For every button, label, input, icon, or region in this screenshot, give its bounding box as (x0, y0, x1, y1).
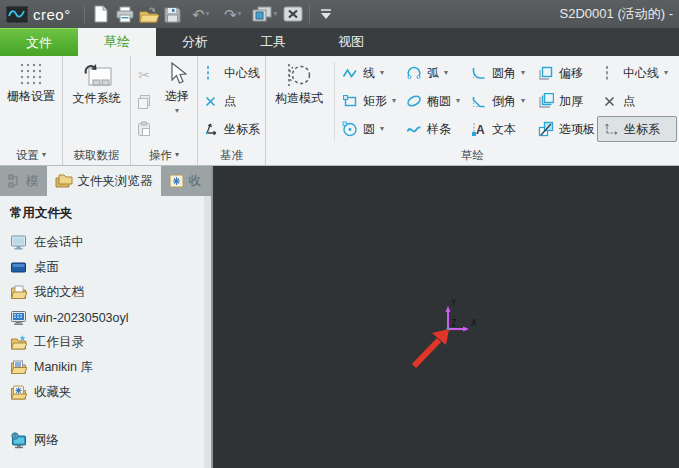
dropdown-arrow-icon: ▾ (380, 69, 384, 77)
rectangle-button[interactable]: 矩形▾ (337, 87, 401, 115)
line-button[interactable]: 线▾ (337, 59, 401, 87)
ellipse-button[interactable]: 椭圆▾ (401, 87, 466, 115)
sketch-canvas[interactable]: Y Z X (213, 166, 679, 468)
fillet-button[interactable]: 圆角▾ (466, 59, 533, 87)
sidebar-scrollbar[interactable] (204, 196, 211, 468)
paste-icon[interactable] (136, 121, 152, 137)
creo-wave-icon (6, 6, 28, 23)
workspace: 模 文件夹浏览器 收 常用文件夹 在会话中 (0, 166, 679, 468)
group-label-datum: 基准 (198, 145, 265, 165)
undo-icon: ↶ (192, 7, 205, 22)
folder-item-favorites[interactable]: 收藏夹 (10, 380, 201, 405)
axis-label-y: Y (451, 298, 457, 308)
spline-icon (406, 121, 422, 137)
common-folders-header: 常用文件夹 (10, 205, 201, 222)
circle-icon (342, 121, 358, 137)
ribbon: 栅格设置 设置▾ 文件系统 获 (0, 56, 679, 166)
clipboard-column: ✂ (131, 58, 157, 145)
group-label-operations[interactable]: 操作▾ (131, 145, 197, 165)
undo-button[interactable]: ↶ ▾ (186, 2, 216, 26)
centerline-icon (203, 65, 219, 81)
dropdown-arrow-icon: ▾ (380, 125, 384, 133)
window-title: S2D0001 (活动的) - (337, 5, 673, 23)
circle-button[interactable]: 圆▾ (337, 115, 401, 143)
arc-button[interactable]: 弧▾ (401, 59, 466, 87)
canvas-graphics: Y Z X (213, 166, 677, 468)
select-button[interactable]: 选择 ▾ (157, 58, 197, 145)
thicken-button[interactable]: 加厚 (533, 87, 597, 115)
folder-item-computer[interactable]: win-20230503oyl (10, 305, 201, 330)
save-button[interactable] (162, 2, 184, 26)
manikin-library-folder-icon (10, 359, 27, 376)
cut-icon[interactable]: ✂ (138, 67, 150, 83)
dropdown-arrow-icon: ▾ (521, 69, 525, 77)
creo-application-window: creo° ↶ ▾ ↷ ▾ (0, 0, 679, 468)
creo-logo: creo° (6, 6, 71, 23)
group-label-settings[interactable]: 设置▾ (0, 145, 62, 165)
folder-item-in-session[interactable]: 在会话中 (10, 230, 201, 255)
group-dropdown-arrow-icon: ▾ (175, 151, 179, 159)
windows-icon (252, 6, 272, 22)
line-icon (342, 65, 358, 81)
datum-csys-button[interactable]: 坐标系 (198, 115, 265, 143)
select-label: 选择 (165, 90, 189, 103)
text-button[interactable]: A 文本 (466, 115, 533, 143)
copy-icon[interactable] (136, 94, 152, 110)
group-label-get-data: 获取数据 (63, 145, 130, 165)
folder-item-desktop[interactable]: 桌面 (10, 255, 201, 280)
tab-model-tree[interactable]: 模 (0, 166, 47, 196)
construction-csys-button[interactable]: 坐标系 (597, 116, 677, 142)
spline-button[interactable]: 样条 (401, 115, 466, 143)
grid-dots-icon (18, 62, 44, 86)
construction-centerline-button[interactable]: 中心线▾ (597, 59, 677, 87)
ellipse-icon (406, 93, 422, 109)
datum-point-button[interactable]: 点 (198, 87, 265, 115)
offset-button[interactable]: 偏移 (533, 59, 597, 87)
customize-toolbar-button[interactable] (315, 2, 337, 26)
desktop-icon (10, 259, 27, 276)
construction-point-button[interactable]: 点 (597, 87, 677, 115)
svg-text:A: A (476, 123, 485, 137)
dropdown-arrow-icon: ▾ (392, 97, 396, 105)
open-file-button[interactable] (138, 2, 160, 26)
new-file-button[interactable] (90, 2, 112, 26)
creo-logo-text: creo° (33, 6, 71, 23)
arc-icon (406, 65, 422, 81)
tab-file[interactable]: 文件 (0, 28, 78, 56)
undo-dropdown-arrow-icon: ▾ (205, 10, 209, 18)
axis-label-z: Z (451, 318, 457, 328)
dropdown-arrow-icon: ▾ (521, 97, 525, 105)
file-system-button[interactable]: 文件系统 (63, 58, 130, 145)
palette-button[interactable]: 选项板 (533, 115, 597, 143)
folder-item-manikin-library[interactable]: Manikin 库 (10, 355, 201, 380)
coordinate-system-icon (203, 121, 219, 137)
point-gray-icon (602, 93, 618, 109)
tab-analysis[interactable]: 分析 (156, 28, 234, 56)
folder-item-my-documents[interactable]: 我的文档 (10, 280, 201, 305)
folder-item-working-directory[interactable]: 工作目录 (10, 330, 201, 355)
redo-button[interactable]: ↷ ▾ (218, 2, 248, 26)
construction-mode-button[interactable]: 构造模式 (266, 58, 332, 145)
tab-tools[interactable]: 工具 (234, 28, 312, 56)
select-dropdown-arrow-icon: ▾ (175, 107, 179, 115)
tab-view[interactable]: 视图 (312, 28, 390, 56)
model-tree-icon (8, 174, 21, 188)
tab-sketch[interactable]: 草绘 (78, 28, 156, 56)
grid-settings-button[interactable]: 栅格设置 (0, 58, 62, 145)
tab-favorites[interactable]: 收 (161, 166, 210, 196)
centerline-gray-icon (602, 65, 618, 81)
ribbon-group-get-data: 文件系统 获取数据 (63, 56, 131, 165)
quick-access-toolbar: ↶ ▾ ↷ ▾ ▾ (90, 2, 304, 26)
ribbon-group-operations: ✂ 选择 ▾ 操作▾ (131, 56, 198, 165)
close-window-button[interactable] (282, 2, 304, 26)
chamfer-button[interactable]: 倒角▾ (466, 87, 533, 115)
navigator-tabs: 模 文件夹浏览器 收 (0, 166, 211, 196)
datum-centerline-button[interactable]: 中心线 (198, 59, 265, 87)
construction-mode-label: 构造模式 (275, 92, 323, 105)
folder-browser-panel: 常用文件夹 在会话中 桌面 我的文档 win-20230503oyl (0, 196, 211, 468)
tab-folder-browser[interactable]: 文件夹浏览器 (47, 166, 161, 196)
print-button[interactable] (114, 2, 136, 26)
network-icon (10, 432, 27, 449)
folder-item-network[interactable]: 网络 (10, 428, 201, 453)
windows-button[interactable]: ▾ (250, 2, 280, 26)
